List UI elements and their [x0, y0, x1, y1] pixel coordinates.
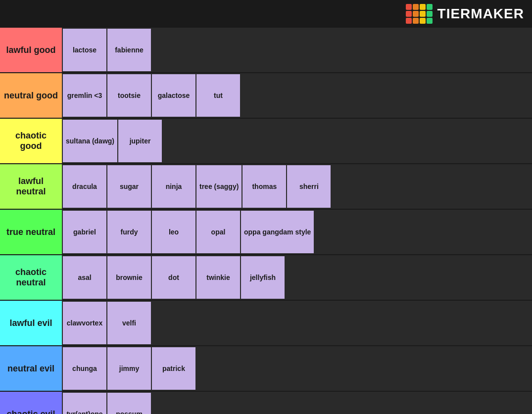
- tier-items-lawful-neutral: draculasugarninjatree (saggy)thomassherr…: [62, 164, 532, 209]
- logo-cell: [406, 11, 412, 17]
- tier-row-chaotic-neutral: chaotic neutralasalbrowniedottwinkiejell…: [0, 255, 532, 301]
- tier-label-lawful-neutral: lawful neutral: [0, 164, 62, 209]
- tier-item[interactable]: tyr(ant)one: [63, 393, 106, 414]
- tier-items-lawful-evil: clawvortexvelfi: [62, 301, 532, 345]
- tier-row-lawful-evil: lawful evilclawvortexvelfi: [0, 301, 532, 346]
- tier-item[interactable]: patrick: [152, 347, 195, 390]
- tier-label-neutral-good: neutral good: [0, 73, 62, 118]
- tier-item[interactable]: opal: [196, 211, 240, 253]
- tier-item[interactable]: leo: [152, 211, 195, 253]
- tier-label-chaotic-evil: chaotic evil: [0, 392, 62, 414]
- logo-cell: [413, 4, 419, 10]
- tier-items-chaotic-neutral: asalbrowniedottwinkiejellyfish: [62, 255, 532, 300]
- tier-list: lawful goodlactosefabienneneutral goodgr…: [0, 28, 532, 414]
- tier-item[interactable]: jellyfish: [241, 256, 285, 299]
- logo-cell: [413, 11, 419, 17]
- tiermaker-logo: TiERMAKER: [406, 4, 524, 24]
- tier-label-lawful-evil: lawful evil: [0, 301, 62, 345]
- tier-label-true-neutral: true neutral: [0, 210, 62, 254]
- tier-item[interactable]: jupiter: [118, 120, 162, 162]
- tier-item[interactable]: chunga: [63, 347, 106, 390]
- logo-grid-icon: [406, 4, 433, 24]
- logo-cell: [420, 18, 426, 24]
- tier-item[interactable]: thomas: [242, 165, 286, 208]
- tier-item[interactable]: dot: [152, 256, 195, 299]
- tier-items-lawful-good: lactosefabienne: [62, 28, 532, 72]
- tier-row-true-neutral: true neutralgabrielfurdyleoopaloppa gang…: [0, 210, 532, 255]
- logo-cell: [406, 18, 412, 24]
- tier-items-true-neutral: gabrielfurdyleoopaloppa gangdam style: [62, 210, 532, 254]
- logo-cell: [406, 4, 412, 10]
- tier-row-neutral-evil: neutral evilchungajimmypatrick: [0, 346, 532, 392]
- tier-row-neutral-good: neutral goodgremlin <3tootsiegalactosetu…: [0, 73, 532, 119]
- tier-row-lawful-neutral: lawful neutraldraculasugarninjatree (sag…: [0, 164, 532, 210]
- tier-item[interactable]: sugar: [107, 165, 151, 208]
- tier-item[interactable]: furdy: [107, 211, 151, 253]
- tier-item[interactable]: tree (saggy): [196, 165, 242, 208]
- tier-item[interactable]: sultana (dawg): [63, 120, 117, 162]
- tier-item[interactable]: dracula: [63, 165, 106, 208]
- tier-item[interactable]: fabienne: [107, 29, 151, 71]
- tier-item[interactable]: twinkie: [196, 256, 240, 299]
- tier-items-neutral-evil: chungajimmypatrick: [62, 346, 532, 391]
- tier-item[interactable]: tut: [196, 74, 240, 117]
- tier-item[interactable]: tootsie: [107, 74, 151, 117]
- tier-item[interactable]: lactose: [63, 29, 106, 71]
- tier-items-chaotic-good: sultana (dawg)jupiter: [62, 119, 532, 163]
- tier-item[interactable]: gabriel: [63, 211, 106, 253]
- logo-cell: [427, 11, 433, 17]
- logo-cell: [427, 18, 433, 24]
- header: TiERMAKER: [0, 0, 532, 28]
- logo-cell: [420, 4, 426, 10]
- tier-row-chaotic-good: chaotic goodsultana (dawg)jupiter: [0, 119, 532, 164]
- tier-item[interactable]: brownie: [107, 256, 151, 299]
- logo-cell: [413, 18, 419, 24]
- tier-item[interactable]: galactose: [152, 74, 195, 117]
- tier-item[interactable]: sherri: [287, 165, 331, 208]
- tier-label-chaotic-good: chaotic good: [0, 119, 62, 163]
- tier-items-neutral-good: gremlin <3tootsiegalactosetut: [62, 73, 532, 118]
- logo-cell: [427, 4, 433, 10]
- logo-cell: [420, 11, 426, 17]
- tier-item[interactable]: jimmy: [107, 347, 151, 390]
- tier-item[interactable]: possum: [107, 393, 151, 414]
- tier-row-lawful-good: lawful goodlactosefabienne: [0, 28, 532, 73]
- tier-item[interactable]: clawvortex: [63, 302, 106, 344]
- tier-item[interactable]: oppa gangdam style: [241, 211, 314, 253]
- tier-item[interactable]: ninja: [152, 165, 195, 208]
- tier-items-chaotic-evil: tyr(ant)onepossum: [62, 392, 532, 414]
- tier-label-chaotic-neutral: chaotic neutral: [0, 255, 62, 300]
- tier-item[interactable]: asal: [63, 256, 106, 299]
- tier-row-chaotic-evil: chaotic eviltyr(ant)onepossum: [0, 392, 532, 414]
- tier-item[interactable]: gremlin <3: [63, 74, 106, 117]
- tier-label-lawful-good: lawful good: [0, 28, 62, 72]
- logo-text: TiERMAKER: [437, 6, 524, 22]
- tier-item[interactable]: velfi: [107, 302, 151, 344]
- tier-label-neutral-evil: neutral evil: [0, 346, 62, 391]
